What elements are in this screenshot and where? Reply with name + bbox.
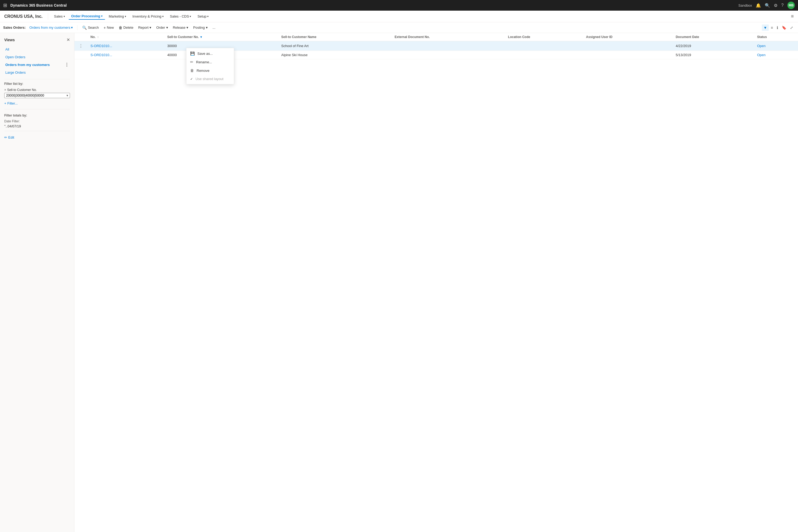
filter-divider (4, 79, 70, 79)
new-btn-icon: + (104, 25, 106, 30)
chevron-down-icon: ▾ (71, 25, 73, 30)
row-ext-doc-cell (392, 51, 505, 59)
posting-btn-label: Posting (193, 25, 205, 30)
edit-button[interactable]: ✏ Edit (4, 134, 14, 140)
search-button[interactable]: 🔍 Search (80, 24, 101, 31)
save-as-icon: 💾 (190, 51, 195, 56)
chevron-icon: ▾ (125, 15, 126, 18)
th-status[interactable]: Status (754, 33, 798, 41)
filter-totals-section: Filter totals by: Date Filter: ''..04/07… (4, 114, 70, 128)
search-btn-label: Search (88, 25, 99, 30)
th-filter-icon: ▼ (200, 35, 203, 39)
save-as-label: Save as... (197, 52, 213, 56)
info-icon-button[interactable]: ℹ (775, 24, 780, 31)
data-table: No. ↑ Sell-to Customer No. ▼ Sell-to Cus… (75, 33, 798, 59)
delete-button[interactable]: 🗑 Delete (116, 24, 136, 31)
remove-label: Remove (196, 69, 209, 73)
th-location-code[interactable]: Location Code (505, 33, 583, 41)
company-name: CRONUS USA, Inc. (4, 14, 42, 19)
more-button[interactable]: ... (210, 24, 217, 31)
context-menu-remove[interactable]: 🗑 Remove (187, 66, 234, 75)
more-btn-label: ... (212, 25, 215, 30)
top-bar: ⊞ Dynamics 365 Business Central Sandbox … (0, 0, 798, 11)
th-no[interactable]: No. ↑ (87, 33, 164, 41)
row-ext-doc-cell (392, 41, 505, 51)
context-menu-save-as[interactable]: 💾 Save as... (187, 49, 234, 58)
nav-item-setup[interactable]: Setup ▾ (195, 13, 211, 19)
search-btn-icon: 🔍 (82, 25, 87, 30)
th-doc-date-label: Document Date (676, 35, 699, 39)
th-location-label: Location Code (508, 35, 530, 39)
row-doc-date-cell: 5/13/2019 (672, 51, 754, 59)
row-actions-cell: ⋮ (75, 41, 87, 51)
release-button[interactable]: Release ▾ (171, 24, 191, 31)
row-no-link[interactable]: S-ORD1010... (91, 44, 112, 48)
side-panel: Views ✕ All ⋯ Open Orders ⋯ Orders from … (0, 33, 75, 532)
row-actions-cell (75, 51, 87, 59)
view-item-large-orders[interactable]: Large Orders ⋯ (4, 69, 70, 76)
nav-item-inventory-pricing[interactable]: Inventory & Pricing ▾ (130, 13, 166, 19)
nav-item-sales[interactable]: Sales ▾ (51, 13, 68, 19)
main-layout: Views ✕ All ⋯ Open Orders ⋯ Orders from … (0, 33, 798, 532)
row-ellipsis-button[interactable]: ⋮ (78, 43, 84, 49)
view-item-my-customers[interactable]: Orders from my customers ⋮ (4, 61, 70, 69)
view-item-open-orders[interactable]: Open Orders ⋯ (4, 53, 70, 61)
settings-icon[interactable]: ⚙ (774, 3, 778, 8)
table-row: S-ORD1010... 40000 Alpine Ski House 5/13… (75, 51, 798, 59)
th-document-date[interactable]: Document Date (672, 33, 754, 41)
add-filter-label: Filter... (7, 101, 18, 105)
view-selector-button[interactable]: Orders from my customers ▾ (28, 24, 75, 31)
content-area: No. ↑ Sell-to Customer No. ▼ Sell-to Cus… (75, 33, 798, 532)
th-user-id-label: Assigned User ID (586, 35, 612, 39)
user-avatar[interactable]: MB (787, 2, 795, 9)
view-item-my-customers-ellipsis[interactable]: ⋮ (65, 62, 69, 67)
date-filter-value: ''..04/07/19 (4, 124, 70, 128)
notification-icon[interactable]: 🔔 (756, 3, 761, 8)
edit-icon: ✏ (4, 135, 7, 139)
th-ext-doc-label: External Document No. (395, 35, 430, 39)
row-no-link[interactable]: S-ORD1010... (91, 53, 112, 57)
th-sell-to-customer-name[interactable]: Sell-to Customer Name (278, 33, 391, 41)
order-button[interactable]: Order ▾ (154, 24, 170, 31)
nav-hamburger-icon[interactable]: ≡ (791, 14, 794, 19)
context-menu-rename[interactable]: ✏ Rename... (187, 58, 234, 66)
nav-item-sales-cds[interactable]: Sales - CDS ▾ (167, 13, 194, 19)
list-view-icon-button[interactable]: ≡ (769, 24, 775, 31)
nav-item-marketing[interactable]: Marketing ▾ (106, 13, 129, 19)
row-location-cell (505, 41, 583, 51)
add-filter-button[interactable]: + Filter... (4, 100, 18, 107)
totals-divider (4, 109, 70, 109)
filter-input[interactable] (6, 94, 66, 97)
view-item-all[interactable]: All ⋯ (4, 45, 70, 53)
chevron-icon: ▾ (63, 15, 65, 18)
posting-button[interactable]: Posting ▾ (191, 24, 210, 31)
filter-chip: × Sell-to Customer No. (4, 88, 37, 92)
th-assigned-user-id[interactable]: Assigned User ID (583, 33, 672, 41)
th-sell-to-customer-no[interactable]: Sell-to Customer No. ▼ (164, 33, 278, 41)
context-menu-shared-layout: ✓ Use shared layout (187, 75, 234, 83)
expand-icon-button[interactable]: ⤢ (788, 24, 795, 31)
shared-layout-label: Use shared layout (195, 77, 224, 81)
rename-label: Rename... (196, 60, 212, 64)
waffle-icon[interactable]: ⊞ (3, 2, 7, 8)
bookmark-icon-button[interactable]: 🔖 (780, 24, 788, 31)
th-external-doc-no[interactable]: External Document No. (392, 33, 505, 41)
filter-chip-field: Sell-to Customer No. (7, 88, 37, 92)
toolbar-label: Sales Orders: (3, 25, 26, 30)
remove-filter-chip[interactable]: × (4, 88, 6, 92)
row-no-cell: S-ORD1010... (87, 51, 164, 59)
context-menu: 💾 Save as... ✏ Rename... 🗑 Remove ✓ Use … (186, 48, 234, 84)
row-no-cell: S-ORD1010... (87, 41, 164, 51)
edit-divider (4, 131, 70, 131)
order-chevron-icon: ▾ (166, 25, 168, 30)
report-button[interactable]: Report ▾ (136, 24, 153, 31)
nav-item-order-processing[interactable]: Order Processing ▾ (69, 13, 105, 20)
search-icon[interactable]: 🔍 (765, 3, 770, 8)
sort-asc-icon: ↑ (97, 36, 99, 39)
th-customer-no-label: Sell-to Customer No. (167, 35, 199, 39)
close-views-button[interactable]: ✕ (66, 37, 70, 42)
rename-icon: ✏ (190, 60, 193, 64)
new-button[interactable]: + New (101, 24, 116, 31)
filter-icon-button[interactable]: ▼ (762, 24, 769, 31)
help-icon[interactable]: ? (781, 3, 784, 8)
